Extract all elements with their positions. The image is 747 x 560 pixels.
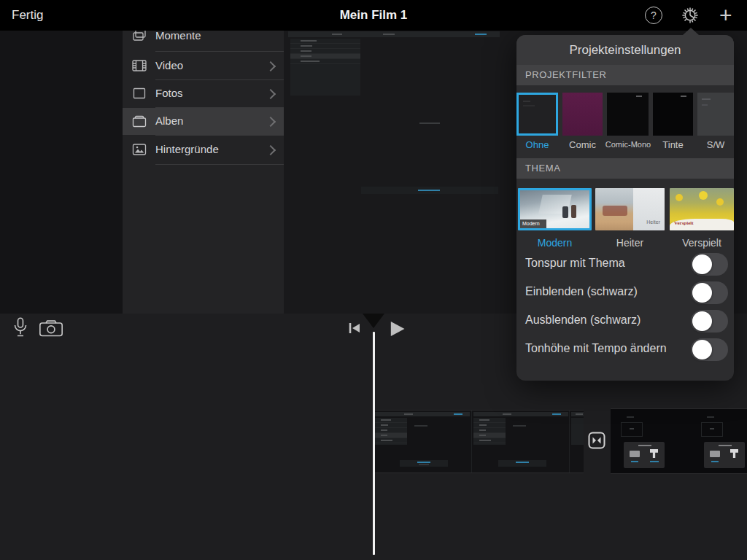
filter-section-header: PROJEKTFILTER [516,65,734,85]
media-browser-sidebar: Momente Video Fotos [123,31,284,314]
theme-art [699,191,708,200]
filter-option-comic-mono[interactable] [607,93,649,136]
chevron-right-icon [266,61,276,71]
record-camera-button[interactable] [38,318,64,341]
toggle-knob [692,254,712,274]
theme-art: Verspielt [670,219,734,230]
filter-label-tinte[interactable]: Tinte [653,139,693,150]
toggle-tonspur-mit-thema[interactable] [691,253,728,276]
filter-section-label: PROJEKTFILTER [525,65,607,85]
theme-label-modern[interactable]: Modern [518,237,592,249]
theme-art [716,198,724,206]
toggle-tonhoehe-mit-tempo[interactable] [691,338,728,361]
gear-icon [681,6,700,25]
preview-frame-decoration [290,39,360,96]
project-settings-popover: Projekteinstellungen PROJEKTFILTER Ohne … [516,35,734,381]
sidebar-item-fotos[interactable]: Fotos [123,80,284,107]
theme-section-label: THEMA [525,158,561,179]
theme-art [571,205,576,218]
popover-arrow [683,28,699,35]
toggle-ausblenden-schwarz[interactable] [691,310,728,332]
sidebar-label: Fotos [155,87,183,99]
play-icon [387,319,407,339]
sidebar-item-alben[interactable]: Alben [123,108,284,135]
theme-art [676,194,683,201]
clip-frame-decoration [471,411,570,472]
sidebar-label: Alben [155,114,183,127]
toggle-label-einblenden: Einblenden (schwarz) [525,285,638,298]
popover-title: Projekteinstellungen [516,35,734,65]
timeline-clip-2[interactable] [611,408,747,474]
transition-icon [588,432,605,449]
clip-frame-decoration [374,411,471,472]
clip-frame-decoration [707,416,714,418]
help-button[interactable]: ? [645,6,664,25]
theme-art [603,206,627,216]
theme-label-heiter[interactable]: Heiter [595,237,665,249]
toggle-knob [692,283,712,303]
sidebar-item-hintergruende[interactable]: Hintergründe [123,136,284,164]
plus-icon: + [719,6,738,25]
camera-icon [38,318,64,338]
theme-label-verspielt[interactable]: Verspielt [670,237,734,249]
chevron-right-icon [266,89,276,99]
theme-overlay-text: Modern [522,221,540,226]
record-voiceover-button[interactable] [10,316,31,341]
clip-frame-decoration [701,422,723,437]
project-title: Mein Film 1 [0,0,747,31]
project-settings-button[interactable] [681,6,700,25]
theme-option-modern[interactable]: Modern [518,188,592,230]
sidebar-label: Momente [155,31,201,42]
filter-option-sw[interactable] [697,93,734,136]
play-button[interactable] [387,319,407,342]
toggle-knob [692,340,712,359]
clip-frame-decoration [627,416,634,418]
filter-label-comic[interactable]: Comic [562,139,603,150]
toggle-einblenden-schwarz[interactable] [691,281,728,304]
sidebar-item-momente[interactable]: Momente [123,31,284,51]
filter-label-comic-mono[interactable]: Comic-Mono [603,140,654,149]
theme-option-verspielt[interactable]: Verspielt [670,188,734,230]
sidebar-label: Hintergründe [155,143,219,155]
clip-frame-decoration [621,422,643,437]
question-mark-icon: ? [645,7,662,24]
empty-left-area [0,31,123,314]
theme-overlay-text: Heiter [646,219,660,225]
toggle-label-tonspur: Tonspur mit Thema [525,257,625,270]
filter-option-ohne[interactable] [516,93,558,136]
filter-label-sw[interactable]: S/W [697,139,734,150]
filter-label-ohne[interactable]: Ohne [516,139,558,150]
backgrounds-icon [131,141,148,158]
filter-option-tinte[interactable] [653,93,693,136]
separator [155,164,284,165]
theme-option-heiter[interactable]: Heiter [595,188,665,230]
toggle-knob [692,311,712,331]
add-media-button[interactable]: + [719,6,738,25]
filter-thumbnail-row [516,93,734,136]
photos-icon [131,85,148,102]
skip-to-start-icon [346,319,363,337]
chevron-right-icon [266,145,276,155]
microphone-icon [10,316,31,338]
sidebar-item-video[interactable]: Video [123,52,284,79]
theme-art: Modern [520,219,546,228]
theme-section-header: THEMA [516,158,734,179]
top-navigation-bar: Fertig Mein Film 1 ? + [0,0,747,31]
chevron-right-icon [266,117,276,127]
moments-icon [131,31,148,44]
playhead[interactable] [373,332,375,555]
transition-button[interactable] [588,432,605,452]
preview-frame-decoration [419,122,440,124]
clip-frame-decoration [624,442,665,468]
toggle-label-tonhoehe: Tonhöhe mit Tempo ändern [525,342,667,355]
timeline-clip-1[interactable] [374,410,584,473]
preview-frame-decoration [361,187,498,194]
clip-frame-decoration [704,442,745,468]
skip-to-start-button[interactable] [346,319,363,340]
theme-overlay-text: Verspielt [674,220,694,226]
sidebar-label: Video [155,59,183,71]
toggle-label-ausblenden: Ausblenden (schwarz) [525,314,640,327]
theme-art [562,206,568,218]
preview-frame-decoration [288,31,500,37]
filter-option-comic[interactable] [562,93,603,136]
